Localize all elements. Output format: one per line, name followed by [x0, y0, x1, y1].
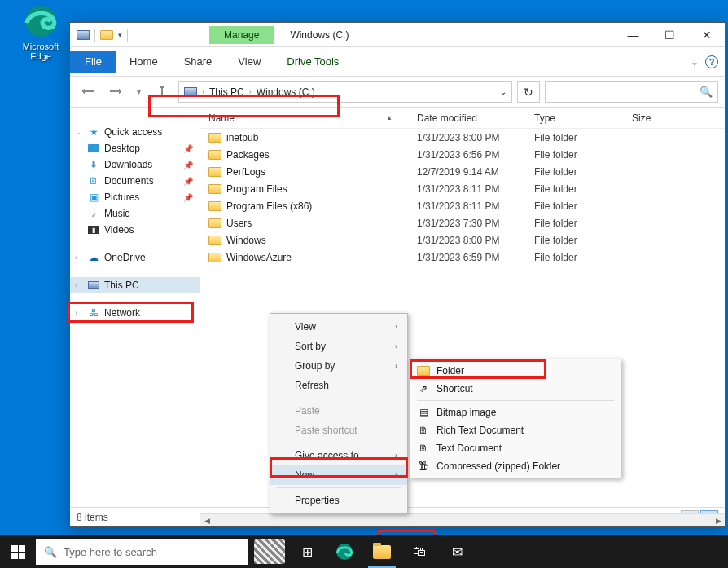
desktop-shortcut-edge[interactable]: Microsoft Edge	[16, 4, 65, 61]
header-type[interactable]: Type	[534, 112, 632, 124]
tab-file[interactable]: File	[70, 51, 116, 73]
nav-onedrive[interactable]: ›☁OneDrive	[70, 249, 200, 266]
back-button[interactable]: 🠔	[77, 81, 99, 103]
table-row[interactable]: Program Files1/31/2023 8:11 PMFile folde…	[200, 180, 725, 197]
file-name: Program Files (x86)	[226, 200, 312, 212]
tab-home[interactable]: Home	[116, 51, 171, 73]
chevron-right-icon: ›	[202, 88, 204, 96]
file-type: File folder	[534, 218, 632, 229]
sort-asc-icon: ▲	[386, 114, 393, 121]
new-shortcut[interactable]: ⇗Shortcut	[410, 380, 621, 398]
ctx-view[interactable]: View›	[270, 317, 407, 337]
task-file-explorer[interactable]	[363, 535, 401, 568]
close-button[interactable]: ✕	[688, 23, 725, 47]
nav-network[interactable]: ›🖧Network	[70, 305, 200, 321]
search-icon: 🔍	[44, 546, 57, 558]
qat-folder-icon[interactable]	[100, 30, 113, 40]
refresh-button[interactable]: ↻	[517, 81, 540, 103]
file-name: inetpub	[226, 132, 258, 143]
recent-locations-button[interactable]: ▾	[132, 84, 146, 99]
download-icon: ⬇	[88, 159, 99, 170]
thispc-icon	[88, 281, 99, 289]
tab-view[interactable]: View	[225, 51, 274, 73]
folder-icon	[208, 150, 221, 160]
file-name: Windows	[226, 235, 266, 246]
help-icon[interactable]: ?	[705, 55, 718, 68]
file-name: Users	[226, 218, 252, 229]
ctx-properties[interactable]: Properties	[270, 491, 407, 510]
header-name[interactable]: Name▲	[208, 112, 417, 124]
table-row[interactable]: inetpub1/31/2023 8:00 PMFile folder	[200, 129, 725, 146]
ctx-give-access[interactable]: Give access to›	[270, 446, 407, 465]
nav-desktop[interactable]: Desktop📌	[70, 140, 200, 156]
taskview-icon: ⊞	[302, 544, 313, 560]
ctx-sort-by[interactable]: Sort by›	[270, 337, 407, 356]
contextual-tab-manage[interactable]: Manage	[209, 26, 274, 44]
task-store[interactable]: 🛍	[401, 535, 438, 568]
breadcrumb-thispc[interactable]: This PC	[209, 86, 244, 98]
up-button[interactable]: 🠕	[151, 81, 173, 103]
ctx-group-by[interactable]: Group by›	[270, 356, 407, 376]
nav-pictures[interactable]: ▣Pictures📌	[70, 189, 200, 205]
tab-share[interactable]: Share	[171, 51, 226, 73]
task-mail[interactable]: ✉	[438, 535, 476, 568]
folder-icon	[208, 253, 221, 262]
table-row[interactable]: Packages1/31/2023 6:56 PMFile folder	[200, 146, 725, 163]
horizontal-scrollbar[interactable]: ◀ ▶	[200, 513, 725, 526]
file-name: WindowsAzure	[226, 252, 292, 263]
folder-icon	[208, 201, 221, 211]
new-zip[interactable]: 🗜Compressed (zipped) Folder	[410, 457, 621, 475]
ctx-refresh[interactable]: Refresh	[270, 376, 407, 395]
scroll-left-icon[interactable]: ◀	[200, 517, 213, 525]
chevron-right-icon: ›	[249, 88, 252, 96]
ctx-new[interactable]: New›	[270, 465, 407, 485]
table-row[interactable]: PerfLogs12/7/2019 9:14 AMFile folder	[200, 163, 725, 180]
table-row[interactable]: WindowsAzure1/31/2023 6:59 PMFile folder	[200, 249, 725, 266]
zip-icon: 🗜	[417, 460, 430, 473]
nav-downloads[interactable]: ⬇Downloads📌	[70, 156, 200, 173]
tab-drive-tools[interactable]: Drive Tools	[274, 51, 352, 73]
file-type: File folder	[534, 235, 632, 246]
task-edge[interactable]	[326, 535, 363, 568]
breadcrumb-drive[interactable]: Windows (C:)	[257, 86, 315, 98]
header-date[interactable]: Date modified	[417, 112, 534, 124]
nav-music[interactable]: ♪Music	[70, 205, 200, 222]
nav-quick-access[interactable]: ⌄★Quick access	[70, 124, 200, 140]
new-rtf[interactable]: 🗎Rich Text Document	[410, 421, 621, 439]
music-icon: ♪	[88, 208, 99, 219]
scroll-right-icon[interactable]: ▶	[712, 517, 725, 525]
nav-videos[interactable]: ▮Videos	[70, 222, 200, 238]
document-icon: 🗎	[88, 175, 99, 187]
pin-icon: 📌	[183, 177, 193, 186]
taskbar-search[interactable]: 🔍 Type here to search	[36, 539, 248, 565]
new-txt[interactable]: 🗎Text Document	[410, 439, 621, 457]
new-bitmap[interactable]: ▤Bitmap image	[410, 403, 621, 421]
start-button[interactable]	[0, 535, 36, 568]
search-input[interactable]: 🔍	[545, 81, 718, 103]
task-zebra[interactable]	[251, 535, 288, 568]
svg-point-1	[336, 544, 353, 560]
navigation-pane: ⌄★Quick access Desktop📌 ⬇Downloads📌 🗎Doc…	[70, 108, 200, 507]
new-folder[interactable]: Folder	[410, 362, 621, 380]
nav-documents[interactable]: 🗎Documents📌	[70, 173, 200, 189]
maximize-button[interactable]: ☐	[651, 23, 688, 47]
breadcrumb-dropdown-icon[interactable]: ⌄	[500, 87, 507, 96]
qat-dropdown-icon[interactable]: ▾	[118, 31, 122, 39]
file-date: 1/31/2023 7:30 PM	[417, 218, 534, 229]
breadcrumb[interactable]: › This PC › Windows (C:) ⌄	[178, 81, 512, 103]
file-type: File folder	[534, 252, 632, 263]
forward-button[interactable]: 🠖	[104, 81, 127, 103]
bitmap-icon: ▤	[417, 406, 430, 419]
table-row[interactable]: Program Files (x86)1/31/2023 8:11 PMFile…	[200, 197, 725, 214]
header-size[interactable]: Size	[632, 112, 725, 124]
table-row[interactable]: Users1/31/2023 7:30 PMFile folder	[200, 214, 725, 231]
table-row[interactable]: Windows1/31/2023 8:00 PMFile folder	[200, 231, 725, 249]
minimize-button[interactable]: —	[615, 23, 651, 47]
ribbon-collapse-icon[interactable]: ⌄	[691, 56, 699, 68]
ctx-paste: Paste	[270, 401, 407, 420]
folder-icon	[208, 184, 221, 194]
desktop-shortcut-label: Microsoft Edge	[16, 42, 65, 61]
task-view-button[interactable]: ⊞	[288, 535, 326, 568]
pin-icon: 📌	[183, 144, 193, 153]
nav-this-pc[interactable]: ›This PC	[70, 277, 200, 293]
